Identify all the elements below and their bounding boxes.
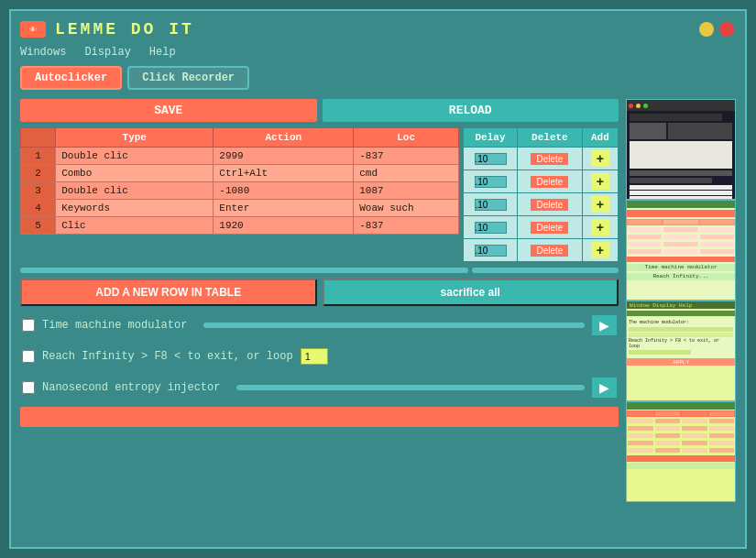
menu-display[interactable]: Display (84, 46, 130, 59)
col-type-header: Type (56, 128, 214, 148)
add-btn-1[interactable]: + (591, 150, 609, 167)
tab-autoclicker[interactable]: Autoclicker (20, 66, 122, 90)
delay-input-2[interactable] (475, 176, 507, 188)
row-2-action: Ctrl+Alt (214, 165, 354, 182)
menu-windows[interactable]: Windows (20, 46, 66, 59)
time-machine-checkbox[interactable] (22, 319, 35, 332)
save-button[interactable]: SAVE (20, 99, 317, 122)
delete-btn-3[interactable]: Delete (531, 199, 568, 211)
row-1-loc: -837 (354, 148, 459, 165)
col-num-header (21, 128, 56, 148)
nanosecond-arrow[interactable]: ▶ (592, 377, 617, 398)
delay-4 (464, 216, 518, 239)
row-2-loc: cmd (354, 165, 459, 182)
table-row: 2 Combo Ctrl+Alt cmd (21, 165, 459, 182)
col-delete-header: Delete (518, 128, 583, 148)
row-3-action: -1080 (214, 182, 354, 200)
h-scrollbar[interactable] (20, 268, 468, 273)
add-5: + (582, 239, 618, 262)
add-btn-5[interactable]: + (591, 242, 609, 258)
h-scrollbar-right[interactable] (472, 268, 619, 273)
row-5-type: Clic (56, 217, 214, 235)
delay-input-4[interactable] (475, 222, 507, 234)
col-loc-header: Loc (354, 128, 459, 148)
app-icon-symbol: 👁 (29, 26, 37, 34)
time-machine-bar[interactable] (203, 323, 585, 328)
minimize-button[interactable] (699, 22, 714, 37)
scrollbar-area (20, 268, 619, 273)
add-1: + (582, 148, 618, 170)
close-button[interactable] (719, 22, 734, 37)
delay-input-5[interactable] (475, 245, 507, 257)
right-table-row: Delete + (464, 148, 619, 170)
right-table-row: Delete + (464, 239, 619, 262)
title-bar: 👁 LEMME DO IT (20, 20, 736, 38)
delay-2 (464, 170, 518, 193)
add-2: + (582, 170, 618, 193)
delete-btn-1[interactable]: Delete (531, 153, 568, 165)
tab-click-recorder[interactable]: Click Recorder (127, 66, 249, 90)
menu-bar: Windows Display Help (20, 46, 736, 59)
delay-table: Delay Delete Add Delete + (463, 127, 619, 262)
row-5-action: 1920 (214, 217, 354, 235)
add-btn-3[interactable]: + (591, 196, 609, 213)
delete-3: Delete (518, 193, 583, 216)
table-row: 3 Double clic -1080 1087 (21, 182, 459, 200)
window-controls (699, 22, 734, 37)
reach-infinity-label: Reach Infinity > F8 < to exit, or loop (42, 350, 293, 363)
thumbnail-2: Time machine modulator Reach Infinity... (626, 200, 736, 301)
delete-btn-5[interactable]: Delete (531, 245, 568, 257)
row-1-action: 2999 (214, 148, 354, 165)
delay-3 (464, 193, 518, 216)
add-btn-4[interactable]: + (591, 219, 609, 235)
thumbnail-panel: Time machine modulator Reach Infinity...… (626, 99, 736, 502)
checkbox-time-machine: Time machine modulator ▶ (20, 312, 619, 339)
add-4: + (582, 216, 618, 239)
add-btn-2[interactable]: + (591, 173, 609, 190)
table-row: 5 Clic 1920 -837 (21, 217, 459, 235)
nanosecond-label: Nanosecond entropy injector (42, 381, 220, 394)
col-add-header: Add (582, 128, 618, 148)
nanosecond-checkbox[interactable] (22, 381, 35, 394)
checkbox-nanosecond: Nanosecond entropy injector ▶ (20, 374, 619, 401)
right-table-row: Delete + (464, 193, 619, 216)
delay-input-1[interactable] (475, 153, 507, 165)
row-4-action: Enter (214, 200, 354, 217)
row-1-type: Double clic (56, 148, 214, 165)
row-4-num: 4 (21, 200, 56, 217)
delete-4: Delete (518, 216, 583, 239)
time-machine-arrow[interactable]: ▶ (592, 315, 617, 335)
delay-5 (464, 239, 518, 262)
table-row: 4 Keywords Enter Woaw such (21, 200, 459, 217)
sacrifice-all-button[interactable]: sacrifice all (323, 279, 619, 306)
bottom-action-bar (20, 407, 619, 427)
delete-2: Delete (518, 170, 583, 193)
add-row-button[interactable]: ADD A NEW ROW IN TABLE (20, 279, 317, 306)
app-icon: 👁 (20, 21, 46, 38)
reload-button[interactable]: RELOAD (323, 99, 619, 122)
row-5-num: 5 (21, 217, 56, 235)
thumbnail-1 (626, 99, 736, 200)
main-window: 👁 LEMME DO IT Windows Display Help Autoc… (9, 9, 747, 549)
app-title: LEMME DO IT (55, 20, 194, 38)
delay-input-3[interactable] (475, 199, 507, 211)
col-action-header: Action (214, 128, 354, 148)
delete-btn-2[interactable]: Delete (531, 176, 568, 188)
col-delay-header: Delay (464, 128, 518, 148)
table-row: 1 Double clic 2999 -837 (21, 148, 459, 165)
row-5-loc: -837 (354, 217, 459, 235)
thumbnail-4 (626, 401, 736, 502)
row-3-loc: 1087 (354, 182, 459, 200)
menu-help[interactable]: Help (149, 46, 176, 59)
right-table-row: Delete + (464, 216, 619, 239)
nanosecond-bar[interactable] (236, 385, 585, 390)
delete-btn-4[interactable]: Delete (531, 222, 568, 234)
thumbnail-3: Window Display Help The machine modulato… (626, 301, 736, 401)
row-4-type: Keywords (56, 200, 214, 217)
loop-count-input[interactable] (301, 348, 328, 365)
row-2-num: 2 (21, 165, 56, 182)
main-table: Type Action Loc (20, 127, 459, 262)
reach-infinity-checkbox[interactable] (22, 350, 35, 363)
row-3-type: Double clic (56, 182, 214, 200)
row-4-loc: Woaw such (354, 200, 459, 217)
